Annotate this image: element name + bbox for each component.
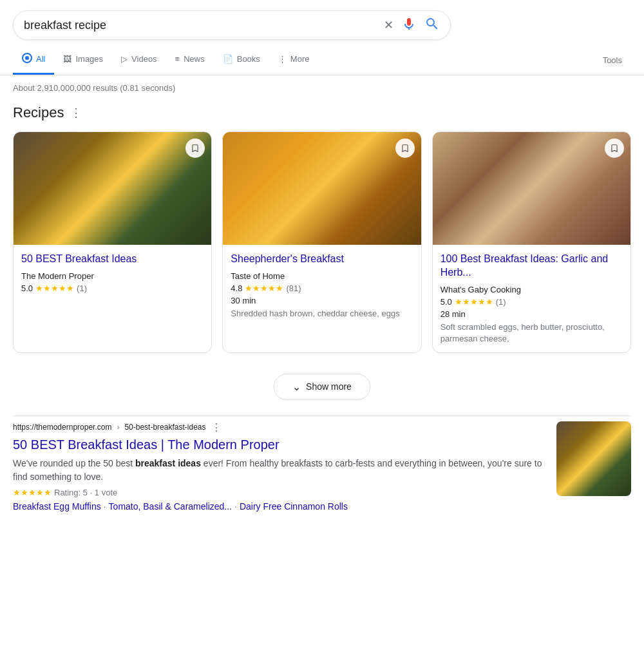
all-icon	[22, 53, 32, 65]
recipe-1-count: (1)	[77, 283, 87, 293]
web-result-1-title[interactable]: 50 BEST Breakfast Ideas | The Modern Pro…	[13, 436, 546, 453]
results-count: About 2,910,000,000 results (0.81 second…	[13, 83, 175, 93]
show-more-container: ⌄ Show more	[0, 363, 644, 416]
recipe-card-1-title: 50 BEST Breakfast Ideas	[21, 253, 204, 266]
web-result-1-url: https://themodernproper.com	[13, 423, 111, 432]
recipes-header: Recipes ⋮	[13, 104, 631, 121]
tools-button[interactable]: Tools	[594, 48, 631, 73]
results-info: About 2,910,000,000 results (0.81 second…	[0, 75, 644, 98]
recipe-card-3-title: 100 Best Breakfast Ideas: Garlic and Her…	[440, 253, 623, 280]
recipe-cards: 50 BEST Breakfast Ideas The Modern Prope…	[13, 131, 631, 353]
web-result-1-content: https://themodernproper.com › 50-best-br…	[13, 421, 546, 512]
link-sep-2: ·	[234, 501, 237, 512]
tab-more[interactable]: ⋮ More	[269, 46, 319, 73]
recipe-1-rating-value: 5.0	[21, 283, 33, 293]
recipe-card-3-time: 28 min	[440, 309, 623, 319]
recipes-title: Recipes	[13, 104, 64, 121]
recipe-1-stars: ★★★★★	[35, 283, 74, 293]
recipe-card-2-body: Sheepherder's Breakfast Taste of Home 4.…	[223, 245, 421, 327]
search-lens-icon[interactable]	[424, 16, 440, 34]
thumbnail-image	[556, 421, 631, 496]
snippet-bold: breakfast ideas	[135, 458, 201, 468]
tab-images[interactable]: 🖼 Images	[54, 46, 112, 73]
web-result-link-3[interactable]: Dairy Free Cinnamon Rolls	[240, 501, 348, 512]
recipe-card-3-bookmark[interactable]	[605, 139, 624, 158]
recipe-3-img-placeholder	[433, 132, 630, 245]
tab-books-label: Books	[237, 54, 260, 64]
recipe-2-stars: ★★★★★	[245, 283, 283, 293]
recipe-card-2-ingredients: Shredded hash brown, cheddar cheese, egg…	[231, 308, 413, 320]
show-more-button[interactable]: ⌄ Show more	[274, 374, 370, 400]
recipe-card-1-source: The Modern Proper	[21, 271, 204, 281]
web-result-1-thumbnail[interactable]	[556, 421, 631, 496]
web-result-link-2[interactable]: Tomato, Basil & Caramelized...	[109, 501, 232, 512]
books-icon: 📄	[223, 54, 233, 64]
voice-icon[interactable]	[401, 16, 417, 34]
recipe-card-3-body: 100 Best Breakfast Ideas: Garlic and Her…	[433, 245, 630, 352]
nav-tabs: All 🖼 Images ▷ Videos ≡ News 📄 Books ⋮ M…	[0, 45, 644, 75]
web-result-1-url-row: https://themodernproper.com › 50-best-br…	[13, 421, 546, 434]
web-result-stars: ★★★★★	[13, 488, 52, 497]
recipe-2-rating-value: 4.8	[231, 283, 242, 293]
web-result-1-snippet: We've rounded up the 50 best breakfast i…	[13, 457, 546, 484]
tab-videos-label: Videos	[131, 54, 157, 64]
recipe-card-2-image	[223, 132, 421, 245]
recipe-card-1-rating: 5.0 ★★★★★ (1)	[21, 283, 204, 293]
more-dots-icon: ⋮	[278, 54, 287, 64]
recipe-2-count: (81)	[286, 283, 301, 293]
recipe-card-2-time: 30 min	[231, 296, 413, 305]
tab-all[interactable]: All	[13, 45, 54, 75]
link-sep-1: ·	[104, 501, 106, 512]
tab-images-label: Images	[75, 54, 103, 64]
snippet-start: We've rounded up the 50 best	[13, 458, 135, 468]
tab-news[interactable]: ≡ News	[166, 46, 214, 73]
videos-icon: ▷	[121, 54, 128, 64]
recipe-card-3-rating: 5.0 ★★★★★ (1)	[440, 297, 623, 307]
web-result-1-menu-icon[interactable]: ⋮	[211, 421, 222, 434]
recipe-1-img-placeholder	[14, 132, 211, 245]
chevron-down-icon: ⌄	[292, 381, 301, 393]
images-icon: 🖼	[63, 54, 71, 64]
web-result-link-1[interactable]: Breakfast Egg Muffins	[13, 501, 101, 512]
tab-more-label: More	[290, 54, 310, 64]
search-header: ✕	[0, 0, 644, 40]
recipe-3-rating-value: 5.0	[440, 297, 452, 307]
web-result-1-links: Breakfast Egg Muffins · Tomato, Basil & …	[13, 501, 546, 512]
web-result-url-arrow: ›	[117, 423, 119, 432]
recipe-3-count: (1)	[496, 297, 506, 307]
recipe-card-2-rating: 4.8 ★★★★★ (81)	[231, 283, 413, 293]
recipes-section: Recipes ⋮ 50 BEST Breakfast Ideas The Mo…	[0, 98, 644, 363]
recipes-menu-icon[interactable]: ⋮	[70, 106, 82, 120]
recipe-3-stars: ★★★★★	[455, 297, 493, 307]
clear-icon[interactable]: ✕	[384, 18, 393, 32]
recipe-2-img-placeholder	[223, 132, 421, 245]
tab-books[interactable]: 📄 Books	[214, 46, 269, 73]
recipe-card-3[interactable]: 100 Best Breakfast Ideas: Garlic and Her…	[432, 131, 631, 353]
recipe-card-3-source: What's Gaby Cooking	[440, 285, 623, 294]
recipe-card-2-title: Sheepherder's Breakfast	[231, 253, 413, 266]
tab-videos[interactable]: ▷ Videos	[112, 46, 166, 73]
news-icon: ≡	[175, 54, 180, 64]
web-result-1-rating: ★★★★★ Rating: 5 · 1 vote	[13, 488, 546, 497]
recipe-card-3-image	[433, 132, 630, 245]
web-result-rating-label: Rating: 5 · 1 vote	[54, 488, 117, 497]
search-bar: ✕	[13, 10, 451, 40]
svg-point-1	[25, 56, 29, 60]
web-result-1-breadcrumb: 50-best-breakfast-ideas	[124, 423, 205, 432]
recipe-card-3-ingredients: Soft scrambled eggs, herb butter, prosci…	[440, 321, 623, 345]
tab-all-label: All	[36, 54, 45, 64]
search-icons: ✕	[384, 16, 440, 34]
tab-news-label: News	[184, 54, 205, 64]
recipe-card-1-image	[14, 132, 211, 245]
search-input[interactable]	[24, 19, 384, 32]
show-more-label: Show more	[306, 381, 352, 392]
recipe-card-1[interactable]: 50 BEST Breakfast Ideas The Modern Prope…	[13, 131, 212, 353]
recipe-card-2-source: Taste of Home	[231, 271, 413, 281]
recipe-card-2[interactable]: Sheepherder's Breakfast Taste of Home 4.…	[222, 131, 421, 353]
recipe-card-1-body: 50 BEST Breakfast Ideas The Modern Prope…	[14, 245, 211, 303]
web-result-1: https://themodernproper.com › 50-best-br…	[0, 416, 644, 522]
recipe-card-2-bookmark[interactable]	[395, 139, 415, 158]
